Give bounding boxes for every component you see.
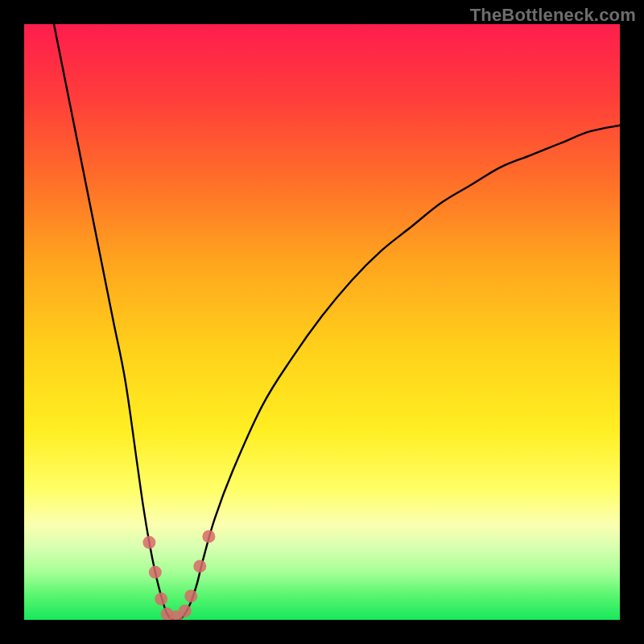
bottleneck-curve <box>54 24 620 620</box>
chart-frame: TheBottleneck.com <box>0 0 644 644</box>
curve-marker <box>179 605 192 617</box>
curve-marker <box>155 592 167 605</box>
curve-marker <box>202 530 215 543</box>
curve-layer <box>24 24 620 620</box>
curve-marker <box>184 589 197 602</box>
curve-marker <box>142 536 155 549</box>
curve-markers <box>142 530 215 620</box>
curve-marker <box>193 559 206 572</box>
watermark-text: TheBottleneck.com <box>470 5 636 26</box>
curve-marker <box>149 566 162 579</box>
plot-area <box>24 24 620 620</box>
